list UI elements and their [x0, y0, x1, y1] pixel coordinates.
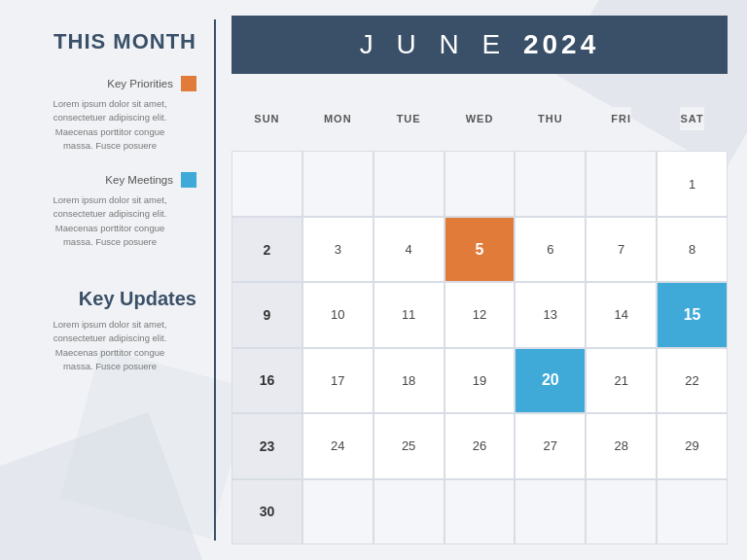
day-header-tue: TUE — [374, 86, 445, 151]
week-num-23: 23 — [231, 413, 302, 478]
day-header-mon: MON — [302, 86, 374, 151]
day-cell-13: 13 — [515, 282, 586, 347]
week-num-2: 2 — [231, 217, 302, 282]
day-cell-1: 1 — [657, 151, 728, 216]
day-cell-26: 26 — [445, 413, 516, 478]
day-header-sat: SAT — [657, 86, 728, 151]
day-headers-row: SUN MON TUE WED THU FRI SAT — [231, 86, 728, 151]
week-row-2: 9 10 11 12 13 14 15 — [231, 282, 728, 347]
day-cell-18: 18 — [374, 348, 445, 413]
day-cell-22: 22 — [657, 348, 728, 413]
updates-title: Key Updates — [23, 288, 196, 310]
day-cell-6: 6 — [515, 217, 586, 282]
updates-description: Lorem ipsum dolor sit amet, consectetuer… — [23, 318, 196, 373]
day-cell-29: 29 — [657, 413, 728, 478]
day-cell-27: 27 — [515, 413, 586, 478]
day-cell-20: 20 — [515, 348, 586, 413]
day-header-wed: WED — [445, 86, 516, 151]
day-cell-28: 28 — [586, 413, 657, 478]
day-cell-14: 14 — [586, 282, 657, 347]
day-cell-17: 17 — [302, 348, 374, 413]
day-cell-w0-sun — [231, 151, 302, 216]
meetings-description: Lorem ipsum dolor sit amet, consectetuer… — [23, 193, 196, 249]
priorities-label: Key Priorities — [107, 78, 173, 89]
meetings-section: Key Meetings Lorem ipsum dolor sit amet,… — [23, 172, 196, 249]
day-cell-24: 24 — [302, 413, 374, 478]
priorities-color-box — [181, 76, 196, 91]
meetings-color-box — [181, 172, 196, 188]
calendar-grid: SUN MON TUE WED THU FRI SAT — [231, 86, 728, 544]
day-cell-19: 19 — [445, 348, 516, 413]
day-header-sun: SUN — [231, 86, 302, 151]
sidebar-title: THIS MONTH — [23, 29, 196, 54]
priorities-description: Lorem ipsum dolor sit amet, consectetuer… — [23, 97, 196, 153]
week-num-16: 16 — [231, 348, 302, 413]
updates-section: Key Updates Lorem ipsum dolor sit amet, … — [23, 288, 196, 373]
day-cell-5: 5 — [445, 217, 516, 282]
calendar-header: J U N E 2024 — [231, 16, 728, 74]
day-header-fri: FRI — [586, 86, 657, 151]
sidebar: THIS MONTH Key Priorities Lorem ipsum do… — [0, 0, 214, 560]
day-cell-7: 7 — [586, 217, 657, 282]
day-cell-w0-wed — [445, 151, 516, 216]
meetings-label-row: Key Meetings — [23, 172, 196, 188]
day-cell-w5-thu — [515, 479, 586, 544]
meetings-label: Key Meetings — [105, 174, 173, 186]
day-cell-w0-fri — [586, 151, 657, 216]
day-cell-25: 25 — [374, 413, 445, 478]
week-row-5: 30 — [231, 479, 728, 544]
day-cell-w0-tue — [374, 151, 445, 216]
week-num-9: 9 — [231, 282, 302, 347]
day-cell-3: 3 — [302, 217, 374, 282]
calendar-year: 2024 — [523, 29, 599, 59]
day-cell-11: 11 — [374, 282, 445, 347]
day-cell-w5-wed — [445, 479, 516, 544]
calendar-area: J U N E 2024 SUN MON TUE WED THU — [216, 0, 747, 560]
day-cell-w0-thu — [515, 151, 586, 216]
week-row-4: 23 24 25 26 27 28 29 — [231, 413, 728, 478]
day-cell-4: 4 — [374, 217, 445, 282]
priorities-label-row: Key Priorities — [23, 76, 196, 91]
week-row-3: 16 17 18 19 20 21 22 — [231, 348, 728, 413]
day-cell-15: 15 — [657, 282, 728, 347]
day-cell-10: 10 — [302, 282, 374, 347]
day-header-thu: THU — [515, 86, 586, 151]
day-cell-w5-mon — [302, 479, 374, 544]
day-cell-8: 8 — [657, 217, 728, 282]
day-cell-w5-tue — [374, 479, 445, 544]
day-cell-w5-fri — [586, 479, 657, 544]
week-row-0: 1 — [231, 151, 728, 216]
priorities-section: Key Priorities Lorem ipsum dolor sit ame… — [23, 76, 196, 153]
slide: THIS MONTH Key Priorities Lorem ipsum do… — [0, 0, 747, 560]
day-cell-21: 21 — [586, 348, 657, 413]
day-cell-w5-sat — [657, 479, 728, 544]
week-row-1: 2 3 4 5 6 7 8 — [231, 217, 728, 282]
calendar-month: J U N E — [360, 29, 523, 59]
day-cell-12: 12 — [445, 282, 516, 347]
day-cell-w0-mon — [302, 151, 374, 216]
week-num-30: 30 — [231, 479, 302, 544]
